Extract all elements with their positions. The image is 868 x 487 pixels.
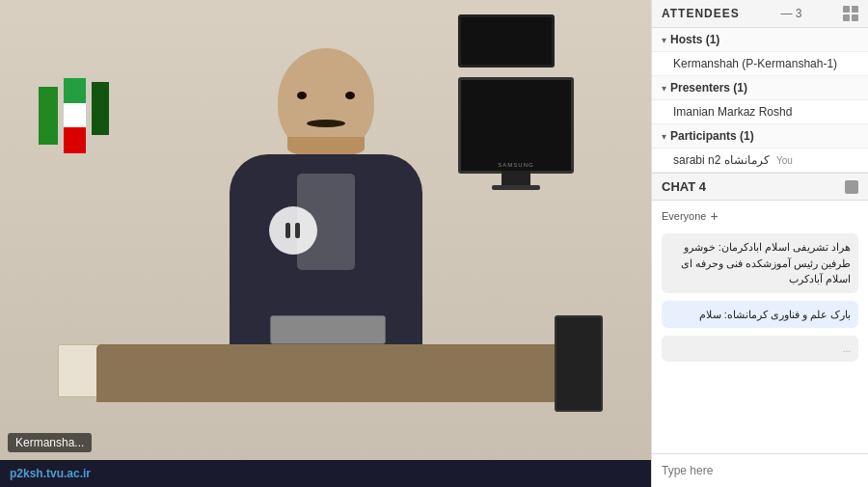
person-eyes [297,92,355,99]
add-recipient-icon[interactable]: + [710,208,718,224]
grid-cell-3 [843,14,850,21]
participant-name: sarabi n2 کرمانشاه [673,153,770,167]
hosts-group-header[interactable]: ▾ Hosts (1) [652,28,868,52]
desk [96,344,593,402]
hosts-chevron-icon: ▾ [662,35,666,45]
attendees-header: ATTENDEES — 3 [652,0,868,28]
grid-cell-2 [852,6,858,13]
attendees-count: — 3 [780,7,801,20]
chat-expand-icon[interactable] [845,180,858,194]
book [58,344,101,397]
message-bubble-2: بارک علم و فناوری کرمانشاه: سلام [662,301,858,329]
right-panel: ATTENDEES — 3 ▾ Hosts (1) Kermanshah (P-… [651,0,868,487]
presenters-group-label: Presenters (1) [670,81,747,95]
chat-message-1: هراد تشریفی اسلام ابادکرمان: خوشرو طرفین… [662,233,858,293]
pc-tower [555,315,603,412]
chat-input[interactable] [662,460,858,481]
presenters-group-header[interactable]: ▾ Presenters (1) [652,76,868,100]
pause-bar-left [285,223,290,238]
flag-green2 [92,82,109,135]
message-bubble-1: هراد تشریفی اسلام ابادکرمان: خوشرو طرفین… [662,233,858,293]
chat-title: CHAT 4 [662,179,706,194]
chat-message-3: ... [662,336,858,362]
chat-header-icons [845,180,858,194]
monitor-brand: SAMSUNG [498,162,533,168]
person-head [278,48,374,154]
chat-message-2: بارک علم و فناوری کرمانشاه: سلام [662,301,858,329]
presenter-item-imanian: Imanian Markaz Roshd [652,100,868,124]
participant-item-sarabi: sarabi n2 کرمانشاه You [652,149,868,173]
website-link[interactable]: p2ksh.tvu.ac.ir [10,467,91,480]
everyone-label: Everyone [662,210,706,222]
pause-icon [285,223,300,238]
flag-green [39,87,58,145]
hosts-group-label: Hosts (1) [670,33,719,46]
you-badge: You [776,155,793,166]
chat-section: CHAT 4 Everyone + هراد تشریفی اسلام اباد… [652,173,868,487]
chat-header: CHAT 4 [652,173,868,201]
person-mustache [307,120,345,127]
host-item-kermanshah: Kermanshah (P-Kermanshah-1) [652,52,868,76]
person-eye-right [345,92,355,99]
participants-group-header[interactable]: ▾ Participants (1) [652,124,868,149]
participants-group-label: Participants (1) [670,129,754,143]
everyone-row: Everyone + [662,208,858,224]
link-bar: p2ksh.tvu.ac.ir [0,460,651,487]
pause-bar-right [295,223,300,238]
chat-input-area [652,453,868,487]
participants-chevron-icon: ▾ [662,131,666,142]
attendees-title: ATTENDEES [662,7,740,20]
flags-area [39,77,109,154]
video-area: SAMSUNG [0,0,651,487]
video-background: SAMSUNG [0,0,651,460]
flag-iran [63,77,87,154]
attendees-grid-icon[interactable] [843,6,858,21]
pause-button[interactable] [269,206,317,255]
video-container: SAMSUNG [0,0,651,460]
monitor-stand [502,171,530,185]
grid-cell-4 [852,14,858,21]
message-bubble-3: ... [662,336,858,362]
grid-cell-1 [843,6,850,13]
presenters-chevron-icon: ▾ [662,83,666,94]
chat-messages: Everyone + هراد تشریفی اسلام ابادکرمان: … [652,201,868,453]
person-eye-left [297,92,307,99]
monitor-base [492,185,540,190]
keyboard [270,315,386,344]
speaker-name-label: Kermansha... [8,433,92,452]
